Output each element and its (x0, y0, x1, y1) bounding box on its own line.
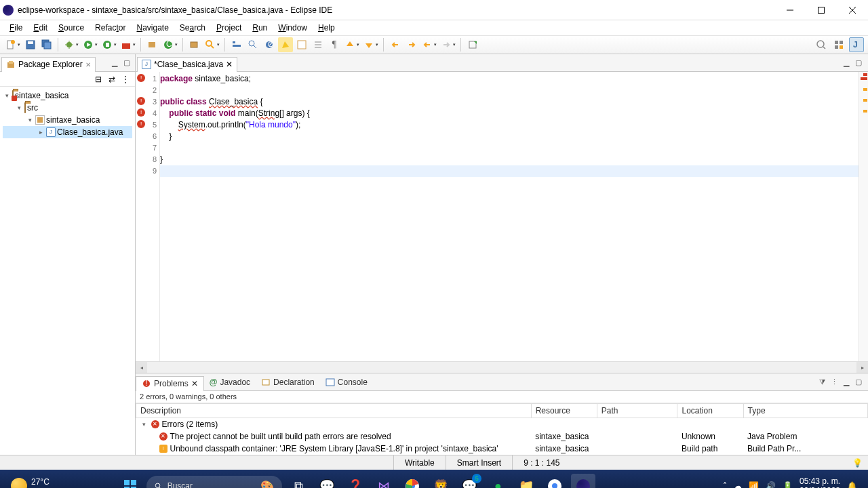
back-button[interactable] (420, 37, 438, 52)
chevron-up-icon[interactable]: ˄ (723, 481, 727, 488)
error-marker-icon[interactable]: ! (137, 108, 145, 117)
package-explorer-tree[interactable]: ▾ sintaxe_basica ▾ src ▾ sintaxe_basica … (0, 87, 135, 455)
new-class-button[interactable]: C (161, 37, 179, 52)
skip-breakpoints-button[interactable]: ⊘ (262, 37, 277, 52)
forward-edit-button[interactable] (404, 37, 419, 52)
minimize-editor-icon[interactable]: ▁ (841, 58, 852, 68)
search-button[interactable] (203, 37, 221, 52)
error-marker-icon[interactable]: ! (137, 97, 145, 105)
vs-button[interactable]: ⋈ (372, 474, 396, 488)
highlight-button[interactable] (278, 37, 293, 52)
horizontal-scrollbar[interactable]: ◂▸ (136, 361, 868, 373)
toggle-mark-button[interactable] (245, 37, 260, 52)
menu-source[interactable]: Source (53, 22, 90, 34)
prev-annotation-button[interactable] (362, 37, 380, 52)
minimize-view-icon[interactable]: ▁ (109, 58, 120, 68)
overview-ruler[interactable] (859, 72, 868, 361)
block-select-button[interactable] (294, 37, 309, 52)
chrome-button[interactable] (400, 474, 425, 488)
tree-project[interactable]: ▾ sintaxe_basica (3, 89, 132, 102)
pin-button[interactable] (465, 37, 480, 52)
help-button[interactable]: ❓ (343, 474, 368, 488)
run-button[interactable] (81, 37, 99, 52)
maximize-view-icon[interactable]: ▢ (121, 58, 132, 68)
taskbar-search-input[interactable] (167, 481, 256, 488)
clock[interactable]: 05:43 p. m. 06/04/2023 (800, 476, 840, 488)
start-button[interactable] (118, 474, 142, 488)
javadoc-tab[interactable]: @ Javadoc (204, 375, 256, 390)
error-marker-icon[interactable]: ! (137, 120, 145, 128)
show-whitespace-button[interactable] (311, 37, 326, 52)
declaration-tab[interactable]: Declaration (256, 375, 320, 390)
menu-run[interactable]: Run (247, 22, 273, 34)
chat-button[interactable]: 💬 (315, 474, 339, 488)
close-icon[interactable]: ✕ (85, 61, 91, 68)
toggle-breadcrumb-button[interactable] (229, 37, 244, 52)
minimize-view-icon[interactable]: ▁ (841, 377, 852, 388)
explorer-button[interactable]: 📁 (514, 474, 538, 488)
tree-file[interactable]: ▸ J Clase_basica.java (3, 126, 132, 138)
debug-button[interactable] (62, 37, 80, 52)
code-area[interactable]: package sintaxe_basica; public class Cla… (160, 72, 859, 361)
menu-file[interactable]: File (4, 22, 28, 34)
view-menu-icon[interactable]: ⋮ (829, 377, 840, 388)
volume-icon[interactable]: 🔊 (766, 481, 776, 488)
save-all-button[interactable] (39, 37, 54, 52)
tip-icon[interactable]: 💡 (852, 458, 868, 468)
brave-button[interactable]: 🦁 (429, 474, 453, 488)
close-icon[interactable]: ✕ (191, 379, 198, 388)
perspective-open-button[interactable] (831, 37, 846, 52)
filter-icon[interactable]: ⧩ (816, 377, 827, 388)
forward-button[interactable] (439, 37, 457, 52)
weather-widget[interactable]: 27°C Soleado (11, 477, 58, 488)
minimize-button[interactable] (774, 0, 806, 20)
open-type-button[interactable] (187, 37, 202, 52)
problems-table[interactable]: Description Resource Path Location Type … (136, 403, 868, 455)
new-button[interactable] (4, 37, 22, 52)
spotify-button[interactable]: ● (486, 474, 510, 488)
problems-group-row[interactable]: ▾✕Errors (2 items) (136, 418, 868, 431)
taskbar-search[interactable]: 🎨 (146, 476, 282, 489)
onedrive-icon[interactable]: ☁ (734, 481, 742, 488)
next-annotation-button[interactable] (343, 37, 361, 52)
editor[interactable]: 1 2 3 4 5 6 7 8 9 ! ! ! ! package sintax… (136, 72, 868, 361)
whatsapp-button[interactable]: 💬5 (457, 474, 481, 488)
menu-search[interactable]: Search (174, 22, 211, 34)
eclipse-button[interactable] (571, 474, 595, 488)
search-access-button[interactable] (814, 37, 829, 52)
view-menu-button[interactable]: ⋮ (120, 74, 131, 85)
maximize-editor-icon[interactable]: ▢ (853, 58, 864, 68)
new-package-button[interactable] (145, 37, 160, 52)
taskview-button[interactable]: ⧉ (286, 474, 311, 488)
menu-edit[interactable]: Edit (28, 22, 53, 34)
menu-window[interactable]: Window (273, 22, 313, 34)
coverage-button[interactable] (100, 37, 118, 52)
menu-navigate[interactable]: Navigate (131, 22, 174, 34)
menu-help[interactable]: Help (313, 22, 340, 34)
wifi-icon[interactable]: 📶 (749, 481, 759, 488)
close-icon[interactable]: ✕ (226, 60, 233, 69)
save-button[interactable] (23, 37, 38, 52)
problems-row[interactable]: !Unbound classpath container: 'JRE Syste… (136, 443, 868, 455)
menu-project[interactable]: Project (211, 22, 247, 34)
maximize-view-icon[interactable]: ▢ (853, 377, 864, 388)
notifications-icon[interactable]: 🔔 (847, 481, 857, 488)
link-editor-button[interactable]: ⇄ (106, 74, 117, 85)
menu-refactor[interactable]: Refactor (90, 22, 131, 34)
close-button[interactable] (837, 0, 868, 20)
battery-icon[interactable]: 🔋 (783, 481, 793, 488)
problems-row[interactable]: ✕The project cannot be built until build… (136, 430, 868, 443)
collapse-all-button[interactable]: ⊟ (93, 74, 104, 85)
system-tray[interactable]: ˄ ☁ 📶 🔊 🔋 05:43 p. m. 06/04/2023 🔔 (723, 476, 857, 488)
tree-package[interactable]: ▾ sintaxe_basica (3, 114, 132, 126)
tree-src[interactable]: ▾ src (3, 102, 132, 114)
console-tab[interactable]: Console (320, 375, 373, 390)
paragraph-button[interactable]: ¶ (327, 37, 342, 52)
package-explorer-tab[interactable]: Package Explorer ✕ (1, 57, 96, 72)
editor-tab[interactable]: J *Clase_basica.java ✕ (137, 57, 237, 72)
chrome2-button[interactable] (542, 474, 567, 488)
error-marker-icon[interactable]: ! (137, 74, 145, 82)
maximize-button[interactable] (806, 0, 837, 20)
java-perspective-button[interactable]: J (849, 37, 864, 52)
problems-tab[interactable]: ! Problems ✕ (136, 376, 204, 391)
